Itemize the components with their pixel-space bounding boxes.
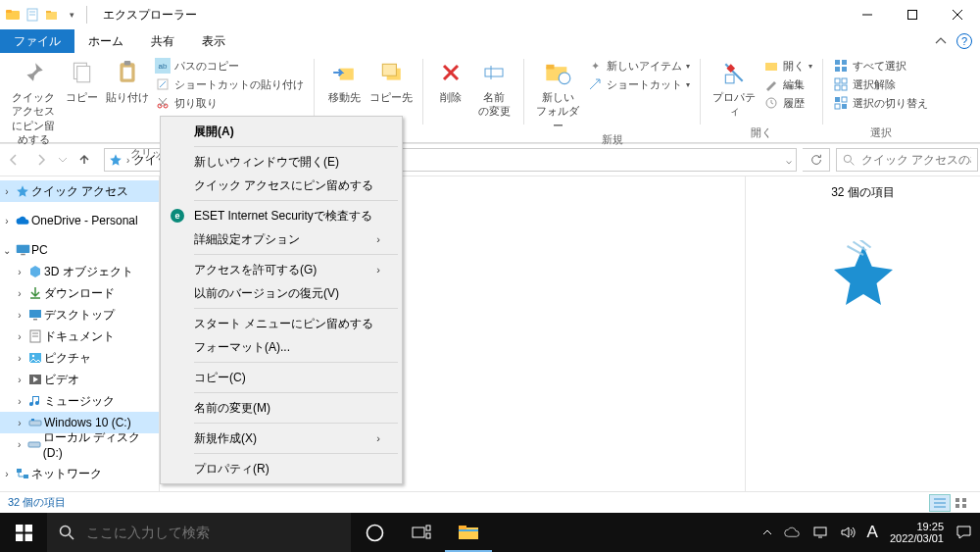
taskbar-search[interactable]: [47, 513, 351, 552]
large-icons-view-button[interactable]: [951, 494, 972, 512]
select-all-button[interactable]: すべて選択: [833, 58, 928, 74]
ctx-new-window[interactable]: 新しいウィンドウで開く(E): [163, 150, 400, 174]
cortana-button[interactable]: [351, 513, 398, 552]
start-button[interactable]: [0, 513, 47, 552]
ctx-advanced-options[interactable]: 詳細設定オプション›: [163, 227, 400, 251]
path-copy-button[interactable]: abパスのコピー: [155, 58, 304, 74]
cut-button[interactable]: 切り取り: [155, 95, 304, 111]
tree-videos[interactable]: ›ビデオ: [0, 369, 159, 390]
paste-shortcut-button[interactable]: ショートカットの貼り付け: [155, 76, 304, 92]
rename-button[interactable]: 名前 の変更: [474, 55, 514, 119]
tray-overflow-icon[interactable]: [762, 527, 772, 537]
open-button[interactable]: 開く ▾: [763, 58, 812, 74]
ctx-new[interactable]: 新規作成(X)›: [163, 427, 400, 450]
tab-view[interactable]: 表示: [188, 29, 239, 53]
new-folder-button[interactable]: 新しい フォルダー: [534, 55, 581, 132]
ime-indicator[interactable]: A: [867, 523, 878, 542]
tab-file[interactable]: ファイル: [0, 29, 74, 53]
search-input[interactable]: [861, 153, 971, 167]
ctx-pin-quick[interactable]: クイック アクセスにピン留めする: [163, 174, 400, 197]
tree-onedrive[interactable]: › OneDrive - Personal: [0, 210, 159, 231]
move-to-button[interactable]: 移動先: [324, 55, 364, 104]
taskbar-explorer[interactable]: [445, 513, 492, 552]
task-view-button[interactable]: [398, 513, 445, 552]
chevron-right-icon[interactable]: ›: [0, 216, 14, 226]
tree-desktop[interactable]: ›デスクトップ: [0, 304, 159, 326]
properties-icon: [718, 57, 750, 88]
status-bar: 32 個の項目: [0, 491, 980, 513]
edit-icon: [763, 76, 779, 92]
close-button[interactable]: [935, 0, 980, 29]
delete-button[interactable]: 削除: [433, 55, 468, 104]
ctx-give-access[interactable]: アクセスを許可する(G)›: [163, 258, 400, 281]
help-icon[interactable]: ?: [956, 33, 972, 49]
svg-rect-84: [426, 533, 430, 538]
svg-rect-26: [485, 69, 503, 76]
details-view-button[interactable]: [929, 494, 951, 512]
svg-rect-78: [24, 533, 31, 540]
tree-quick-access[interactable]: › クイック アクセス: [0, 180, 159, 202]
ctx-copy[interactable]: コピー(C): [163, 366, 400, 389]
tree-documents[interactable]: ›ドキュメント: [0, 326, 159, 347]
shortcut-button[interactable]: ショートカット ▾: [587, 76, 690, 92]
copy-to-icon: [375, 57, 407, 88]
action-center-icon[interactable]: [956, 525, 972, 540]
back-button[interactable]: [0, 146, 27, 174]
properties-button[interactable]: プロパティ: [710, 55, 758, 119]
ctx-restore-previous[interactable]: 以前のバージョンの復元(V): [163, 281, 400, 305]
qat-dropdown-icon[interactable]: ▾: [63, 6, 80, 24]
tree-downloads[interactable]: ›ダウンロード: [0, 282, 159, 304]
svg-rect-61: [17, 469, 22, 473]
ctx-pin-start[interactable]: スタート メニューにピン留めする: [163, 312, 400, 335]
chevron-right-icon[interactable]: ›: [0, 186, 14, 197]
volume-tray-icon[interactable]: [840, 526, 856, 539]
tree-network[interactable]: ›ネットワーク: [0, 463, 159, 484]
tree-music[interactable]: ›ミュージック: [0, 390, 159, 412]
group-open-label: 開く: [751, 125, 772, 142]
pin-quick-access-button[interactable]: クイック アクセス にピン留めする: [10, 55, 57, 146]
taskbar-time: 19:25: [890, 521, 944, 532]
collapse-ribbon-icon[interactable]: [935, 35, 947, 47]
select-invert-button[interactable]: 選択の切り替え: [833, 95, 928, 111]
chevron-down-icon[interactable]: ⌄: [0, 245, 14, 256]
tree-3d-objects[interactable]: ›3D オブジェクト: [0, 261, 159, 282]
address-dropdown-icon[interactable]: ⌵: [786, 155, 792, 166]
ctx-expand[interactable]: 展開(A): [163, 120, 400, 143]
copy-button[interactable]: コピー: [63, 55, 100, 104]
forward-button[interactable]: [27, 146, 55, 174]
qat-new-folder-icon[interactable]: [43, 6, 61, 24]
search-box[interactable]: [836, 148, 978, 172]
ctx-eset-scan[interactable]: e ESET Internet Securityで検査する: [163, 204, 400, 227]
tree-pictures[interactable]: ›ピクチャ: [0, 347, 159, 369]
tree-pc[interactable]: ⌄ PC: [0, 239, 159, 261]
explorer-icon: [4, 6, 22, 24]
taskbar-search-input[interactable]: [86, 525, 339, 540]
network-tray-icon[interactable]: [812, 526, 828, 539]
sparkle-icon: ✦: [587, 58, 603, 74]
history-button[interactable]: 履歴: [763, 95, 812, 111]
taskbar-clock[interactable]: 19:25 2022/03/01: [890, 521, 944, 544]
ctx-properties[interactable]: プロパティ(R): [163, 457, 400, 480]
breadcrumb-chevron-icon[interactable]: ›: [126, 155, 129, 166]
svg-rect-31: [725, 75, 734, 83]
recent-dropdown[interactable]: [55, 146, 71, 174]
tab-share[interactable]: 共有: [137, 29, 188, 53]
ctx-rename[interactable]: 名前の変更(M): [163, 396, 400, 420]
drive-icon: [26, 418, 44, 427]
onedrive-tray-icon[interactable]: [784, 527, 801, 538]
ctx-format[interactable]: フォーマット(A)...: [163, 335, 400, 359]
select-none-button[interactable]: 選択解除: [833, 76, 928, 92]
minimize-button[interactable]: [845, 0, 890, 29]
qat-properties-icon[interactable]: [24, 6, 41, 24]
tab-home[interactable]: ホーム: [74, 29, 137, 53]
up-button[interactable]: [71, 146, 98, 174]
new-item-button[interactable]: ✦新しいアイテム ▾: [587, 58, 690, 74]
edit-button[interactable]: 編集: [763, 76, 812, 92]
paste-button[interactable]: 貼り付け: [106, 55, 149, 104]
tree-local-disk-d[interactable]: ›ローカル ディスク (D:): [0, 433, 159, 455]
refresh-button[interactable]: [803, 148, 830, 172]
maximize-button[interactable]: [890, 0, 935, 29]
document-icon: [26, 329, 44, 343]
copy-to-button[interactable]: コピー先: [369, 55, 413, 104]
svg-rect-44: [835, 104, 840, 109]
